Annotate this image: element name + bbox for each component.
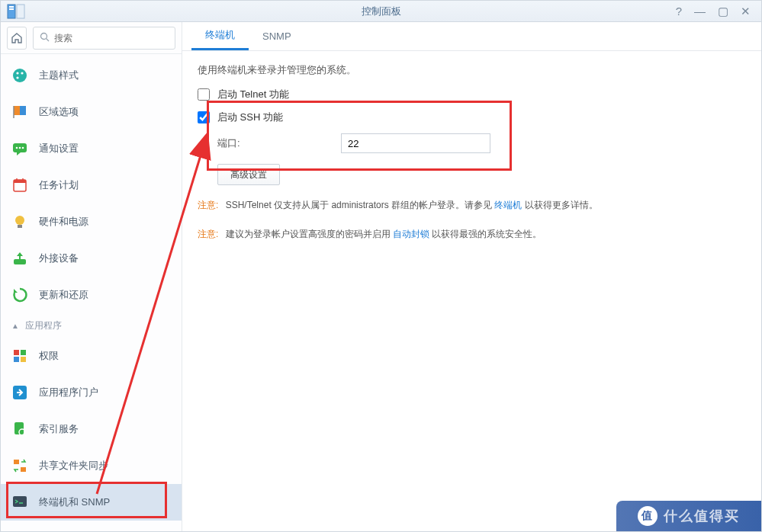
chat-icon [11,140,28,157]
sidebar-item-label: 任务计划 [39,178,79,192]
content: 终端机 SNMP 使用终端机来登录并管理您的系统。 启动 Telnet 功能 启… [182,22,761,531]
panel: 使用终端机来登录并管理您的系统。 启动 Telnet 功能 启动 SSH 功能 … [182,51,761,531]
telnet-checkbox[interactable] [198,88,210,101]
grid-icon [11,348,28,364]
minimize-icon[interactable]: — [694,5,706,17]
search-icon [40,32,50,44]
home-icon [11,32,23,44]
sidebar-item-label: 通知设置 [39,142,79,155]
maximize-icon[interactable]: ▢ [718,5,728,17]
terminal-link[interactable]: 终端机 [494,200,522,210]
svg-rect-11 [20,106,26,115]
svg-rect-2 [9,6,14,8]
window-body: 主题样式 区域选项 通知设置 任务计划 硬件和电源 [1,22,761,531]
refresh-icon [11,287,28,303]
svg-rect-1 [17,5,24,18]
help-icon[interactable]: ? [676,5,682,17]
svg-rect-27 [21,357,26,362]
svg-rect-32 [14,460,19,464]
svg-rect-24 [14,350,19,355]
sidebar-item-portal[interactable]: 应用程序门户 [1,374,182,411]
autoblock-link[interactable]: 自动封锁 [393,229,429,239]
svg-point-7 [16,72,18,74]
titlebar: 控制面板 ? — ▢ ✕ [1,1,761,22]
home-button[interactable] [7,27,27,50]
telnet-row: 启动 Telnet 功能 [198,88,746,101]
sidebar-item-hardware[interactable]: 硬件和电源 [1,204,182,240]
tab-snmp[interactable]: SNMP [249,22,305,50]
ssh-label: 启动 SSH 功能 [217,111,283,124]
svg-rect-22 [18,225,22,228]
sidebar-item-label: 应用程序门户 [39,386,98,399]
ssh-checkbox[interactable] [198,111,210,123]
sidebar-section-label: 应用程序 [25,319,62,332]
flag-icon [11,104,28,120]
watermark-text: 什么值得买 [664,507,740,525]
svg-point-9 [16,76,18,79]
sidebar-item-label: 终端机和 SNMP [39,495,110,509]
window: 控制面板 ? — ▢ ✕ [0,0,762,532]
sidebar-item-label: 硬件和电源 [39,215,88,229]
svg-rect-18 [14,180,26,183]
sidebar-item-label: 更新和还原 [39,288,88,302]
sidebar-item-notification[interactable]: 通知设置 [1,130,182,167]
svg-rect-23 [14,259,26,264]
sidebar-item-task[interactable]: 任务计划 [1,167,182,204]
svg-line-31 [24,434,27,437]
calendar-icon [11,177,28,194]
sidebar-item-theme[interactable]: 主题样式 [1,57,182,94]
terminal-icon [11,494,28,511]
tab-terminal[interactable]: 终端机 [191,22,249,50]
chevron-up-icon: ▲ [11,322,19,330]
port-row: 端口: [217,133,746,153]
svg-rect-10 [14,106,20,115]
note-1: 注意: SSH/Telnet 仅支持从属于 administrators 群组的… [198,197,746,214]
svg-rect-26 [14,357,19,362]
sidebar-item-sync[interactable]: 共享文件夹同步 [1,447,182,484]
sidebar-item-label: 主题样式 [39,69,79,82]
svg-point-15 [19,147,21,149]
telnet-label: 启动 Telnet 功能 [217,88,289,101]
svg-point-8 [21,72,23,74]
svg-rect-25 [21,350,26,355]
note-label: 注意: [198,229,218,239]
search-doc-icon [11,421,28,437]
arrow-icon [11,384,28,401]
search-box[interactable] [33,27,175,50]
sidebar-item-region[interactable]: 区域选项 [1,94,182,130]
tabs: 终端机 SNMP [182,22,761,51]
port-label: 端口: [217,136,341,150]
ssh-row: 启动 SSH 功能 [198,111,746,124]
sidebar-item-update[interactable]: 更新和还原 [1,277,182,313]
sidebar-item-privileges[interactable]: 权限 [1,338,182,374]
upload-icon [11,250,28,267]
port-input[interactable] [341,133,490,153]
svg-line-5 [47,38,50,41]
window-controls: ? — ▢ ✕ [676,5,751,17]
ssh-settings: 端口: 高级设置 [198,133,746,185]
svg-rect-33 [21,467,26,472]
watermark-icon: 值 [638,506,658,526]
sidebar-item-label: 权限 [39,349,59,363]
sidebar-section-apps[interactable]: ▲ 应用程序 [1,313,182,338]
svg-point-6 [13,69,27,82]
sidebar: 主题样式 区域选项 通知设置 任务计划 硬件和电源 [1,22,182,531]
sidebar-item-label: 共享文件夹同步 [39,459,108,473]
nav: 主题样式 区域选项 通知设置 任务计划 硬件和电源 [1,54,182,531]
advanced-button[interactable]: 高级设置 [217,164,280,185]
svg-rect-3 [9,8,14,10]
svg-point-16 [22,147,24,149]
palette-icon [11,67,28,84]
sync-icon [11,457,28,474]
close-icon[interactable]: ✕ [741,5,751,17]
note-2: 注意: 建议为登录帐户设置高强度的密码并启用 自动封锁 以获得最强的系统安全性。 [198,226,746,243]
svg-point-4 [41,33,47,39]
svg-point-21 [15,216,24,225]
sidebar-item-external[interactable]: 外接设备 [1,240,182,277]
sidebar-item-terminal[interactable]: 终端机和 SNMP [1,484,182,521]
panel-description: 使用终端机来登录并管理您的系统。 [198,63,746,77]
bulb-icon [11,213,28,230]
search-input[interactable] [54,33,169,43]
svg-point-14 [16,147,18,149]
sidebar-item-indexing[interactable]: 索引服务 [1,411,182,447]
